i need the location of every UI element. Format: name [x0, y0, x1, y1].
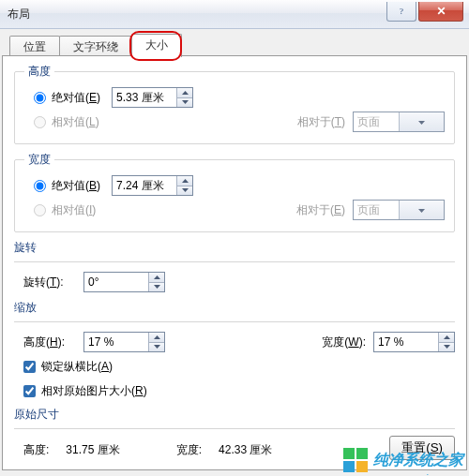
width-absolute-input[interactable] [113, 176, 176, 195]
scale-width-spinner[interactable] [373, 332, 455, 352]
chevron-down-icon [399, 112, 445, 131]
original-height: 高度: 31.75 厘米 [23, 442, 120, 458]
rotate-input[interactable] [84, 273, 148, 291]
scale-height-input[interactable] [84, 333, 148, 351]
chevron-down-icon [399, 201, 445, 219]
lock-aspect-label: 锁定纵横比(A) [41, 359, 113, 375]
lock-aspect-checkbox[interactable] [23, 361, 36, 373]
scale-height-spinner[interactable] [83, 332, 165, 352]
rotate-legend: 旋转 [14, 240, 455, 256]
height-relative-to-select: 页面 [353, 112, 445, 132]
svg-text:?: ? [400, 7, 403, 16]
height-relative-to-label: 相对于(T) [297, 114, 345, 130]
width-group: 宽度 绝对值(B) 相对值(I) 相对于(E) 页面 [14, 152, 455, 232]
width-legend: 宽度 [24, 152, 54, 168]
height-group: 高度 绝对值(E) 相对值(L) 相对于(T) 页面 [14, 64, 455, 144]
scale-width-label: 宽度(W): [322, 335, 366, 350]
original-legend: 原始尺寸 [14, 407, 455, 423]
relative-original-checkbox[interactable] [23, 385, 36, 397]
original-width: 宽度: 42.33 厘米 [176, 442, 273, 458]
width-relative-to-select: 页面 [353, 200, 445, 220]
tab-size[interactable]: 大小 [131, 34, 182, 57]
spinner-down-icon[interactable] [177, 97, 192, 108]
scale-height-label: 高度(H): [23, 335, 83, 350]
spinner-down-icon[interactable] [149, 342, 164, 352]
rotate-spinner[interactable] [83, 272, 165, 292]
spinner-up-icon[interactable] [177, 176, 192, 186]
spinner-down-icon[interactable] [149, 282, 164, 292]
layout-dialog: 布局 ? 位置 文字环绕 大小 高度 绝对值(E) [0, 0, 469, 476]
rotate-label: 旋转(T): [23, 275, 83, 290]
size-pane: 高度 绝对值(E) 相对值(L) 相对于(T) 页面 [2, 55, 467, 470]
spinner-down-icon[interactable] [439, 342, 454, 352]
tab-text-wrap[interactable]: 文字环绕 [59, 36, 132, 57]
height-legend: 高度 [24, 64, 54, 80]
height-absolute-label: 绝对值(E) [52, 90, 112, 106]
spinner-up-icon[interactable] [439, 333, 454, 342]
height-relative-label: 相对值(L) [52, 114, 112, 130]
width-absolute-radio[interactable] [34, 180, 46, 192]
watermark: 纯净系统之家 www.ycwjzy.com [343, 448, 463, 472]
width-relative-label: 相对值(I) [52, 202, 112, 218]
width-relative-radio [34, 204, 46, 216]
close-button[interactable] [418, 2, 463, 22]
spinner-up-icon[interactable] [149, 333, 164, 342]
help-button[interactable]: ? [386, 2, 416, 22]
scale-width-input[interactable] [374, 333, 438, 351]
width-relative-to-label: 相对于(E) [296, 202, 345, 218]
tab-strip: 位置 文字环绕 大小 [9, 34, 461, 56]
watermark-logo-icon [343, 448, 368, 472]
width-absolute-label: 绝对值(B) [52, 178, 112, 194]
spinner-up-icon[interactable] [149, 273, 164, 282]
scale-legend: 缩放 [14, 300, 455, 316]
window-title: 布局 [0, 7, 30, 22]
height-relative-radio [34, 116, 46, 128]
relative-original-label: 相对原始图片大小(R) [41, 383, 147, 399]
titlebar: 布局 ? [0, 0, 469, 29]
height-absolute-radio[interactable] [34, 92, 46, 104]
spinner-up-icon[interactable] [177, 88, 192, 97]
watermark-text: 纯净系统之家 [373, 451, 463, 470]
height-absolute-spinner[interactable] [112, 87, 193, 108]
width-absolute-spinner[interactable] [112, 175, 193, 196]
height-absolute-input[interactable] [113, 88, 176, 107]
spinner-down-icon[interactable] [177, 186, 192, 196]
tab-position[interactable]: 位置 [9, 36, 60, 57]
